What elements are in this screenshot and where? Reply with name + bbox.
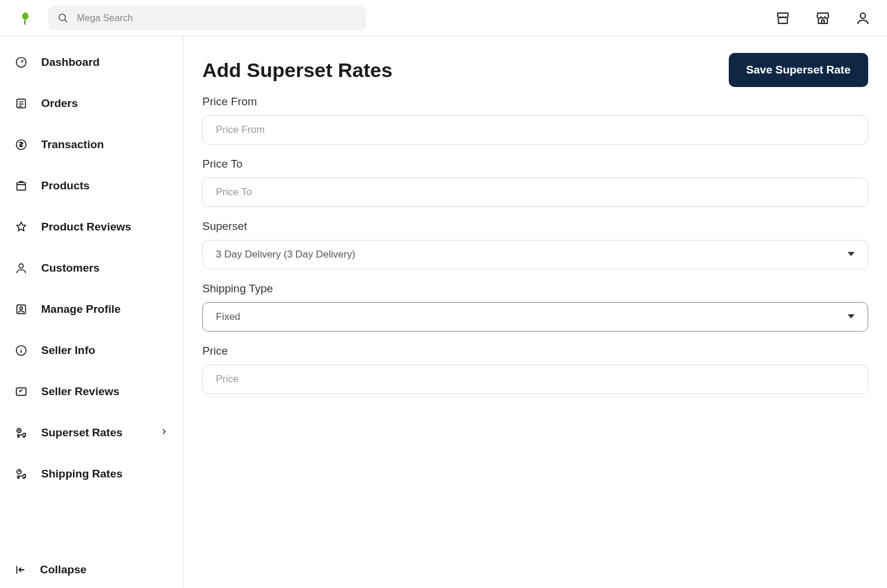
svg-point-9 xyxy=(20,307,23,310)
form-group-superset: Superset 3 Day Delivery (3 Day Delivery) xyxy=(202,220,868,269)
header xyxy=(0,0,887,36)
collapse-icon xyxy=(14,563,27,576)
sidebar-item-label: Products xyxy=(41,179,89,192)
header-actions xyxy=(775,11,871,26)
storefront-icon[interactable] xyxy=(775,11,791,26)
chevron-right-icon xyxy=(159,427,169,439)
user-icon xyxy=(14,261,28,275)
sidebar-item-manage-profile[interactable]: Manage Profile xyxy=(7,293,176,326)
svg-point-17 xyxy=(23,477,25,479)
svg-point-0 xyxy=(59,14,65,20)
shipping-rate-icon xyxy=(14,467,28,481)
svg-rect-6 xyxy=(17,183,26,191)
svg-point-7 xyxy=(19,264,23,268)
shipping-type-selected-value: Fixed xyxy=(216,311,241,323)
package-icon xyxy=(14,179,28,193)
svg-point-13 xyxy=(18,436,19,437)
sidebar-collapse[interactable]: Collapse xyxy=(7,552,176,588)
search-box[interactable] xyxy=(48,6,366,31)
sidebar-item-label: Seller Info xyxy=(41,344,95,357)
superset-label: Superset xyxy=(202,220,868,233)
list-icon xyxy=(14,96,28,111)
sidebar-item-seller-info[interactable]: Seller Info xyxy=(7,334,176,367)
gauge-icon xyxy=(14,55,28,69)
sidebar-item-product-reviews[interactable]: Product Reviews xyxy=(7,211,176,243)
price-input[interactable] xyxy=(202,365,868,394)
sidebar-item-label: Manage Profile xyxy=(41,303,121,316)
sidebar-item-label: Shipping Rates xyxy=(41,467,122,480)
truck-rate-icon xyxy=(14,426,28,440)
form-group-price: Price xyxy=(202,345,868,394)
search-icon xyxy=(58,12,69,24)
sidebar-item-label: Orders xyxy=(41,97,78,110)
superset-selected-value: 3 Day Delivery (3 Day Delivery) xyxy=(216,249,355,260)
sidebar-item-transaction[interactable]: Transaction xyxy=(7,128,176,161)
price-from-input[interactable] xyxy=(202,115,868,145)
brand-logo[interactable] xyxy=(16,9,34,27)
price-to-input[interactable] xyxy=(202,178,868,207)
shipping-type-label: Shipping Type xyxy=(202,282,868,295)
svg-line-1 xyxy=(65,19,68,22)
sidebar-item-seller-reviews[interactable]: Seller Reviews xyxy=(7,375,176,408)
superset-select[interactable]: 3 Day Delivery (3 Day Delivery) xyxy=(202,240,868,269)
price-to-label: Price To xyxy=(202,158,868,171)
svg-rect-11 xyxy=(16,388,26,396)
sidebar-item-label: Transaction xyxy=(41,138,104,151)
review-icon xyxy=(14,385,28,399)
save-superset-rate-button[interactable]: Save Superset Rate xyxy=(729,53,868,87)
search-input[interactable] xyxy=(77,13,356,24)
sidebar: Dashboard Orders Transaction Products Pr… xyxy=(0,36,184,588)
sidebar-item-label: Customers xyxy=(41,262,99,275)
form-group-price-from: Price From xyxy=(202,95,868,145)
star-icon xyxy=(14,220,28,234)
sidebar-item-dashboard[interactable]: Dashboard xyxy=(7,46,176,79)
price-label: Price xyxy=(202,345,868,358)
sidebar-item-orders[interactable]: Orders xyxy=(7,87,176,120)
caret-down-icon xyxy=(848,311,855,323)
sidebar-item-label: Product Reviews xyxy=(41,220,131,233)
sidebar-item-customers[interactable]: Customers xyxy=(7,252,176,285)
sidebar-item-products[interactable]: Products xyxy=(7,169,176,202)
store-alt-icon[interactable] xyxy=(815,11,831,26)
profile-box-icon xyxy=(14,302,28,316)
page-title: Add Superset Rates xyxy=(202,59,392,82)
sidebar-item-label: Dashboard xyxy=(41,56,99,69)
svg-point-14 xyxy=(23,436,25,437)
shipping-type-select[interactable]: Fixed xyxy=(202,302,868,332)
sidebar-item-label: Superset Rates xyxy=(41,426,122,439)
sidebar-item-superset-rates[interactable]: Superset Rates xyxy=(7,416,176,449)
form-group-shipping-type: Shipping Type Fixed xyxy=(202,282,868,332)
sidebar-collapse-label: Collapse xyxy=(40,563,86,576)
user-icon[interactable] xyxy=(855,11,871,26)
content: Add Superset Rates Save Superset Rate Pr… xyxy=(184,36,887,588)
svg-point-16 xyxy=(18,477,19,479)
caret-down-icon xyxy=(848,249,855,260)
svg-point-2 xyxy=(861,13,866,18)
dollar-icon xyxy=(14,138,28,152)
info-icon xyxy=(14,343,28,358)
price-from-label: Price From xyxy=(202,95,868,108)
sidebar-item-shipping-rates[interactable]: Shipping Rates xyxy=(7,457,176,490)
form-group-price-to: Price To xyxy=(202,158,868,207)
sidebar-item-label: Seller Reviews xyxy=(41,385,119,398)
content-header: Add Superset Rates Save Superset Rate xyxy=(202,53,868,87)
